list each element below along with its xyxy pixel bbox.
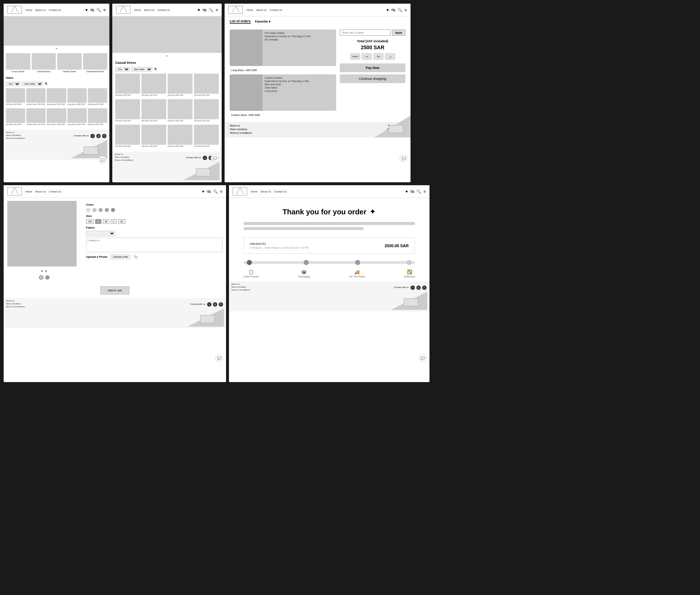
cart-icon[interactable]: 🛍 — [202, 8, 206, 12]
list-item[interactable]: Old dress 500 SAR — [115, 125, 140, 147]
chat-button-3[interactable]: 💬 — [400, 154, 408, 162]
choose-file-button[interactable]: Choose a file — [110, 254, 131, 259]
apple-pay-icon[interactable]: Pay — [373, 53, 384, 60]
wishlist-icon[interactable]: ♥ — [202, 189, 205, 194]
menu-icon[interactable]: ≡ — [424, 189, 426, 194]
twitter-icon[interactable]: 𝕏 — [219, 302, 223, 307]
list-item[interactable]: Old dress 500 SAR — [115, 74, 140, 96]
list-item[interactable]: Old dress 500 SAR — [168, 74, 192, 96]
size-m[interactable]: M — [103, 219, 109, 224]
facebook-icon[interactable]: f — [411, 285, 415, 290]
list-item[interactable]: Short dress 1300 SAR — [47, 88, 66, 105]
cat-luxury[interactable]: Luxury Dress — [6, 53, 30, 73]
tab-orders[interactable]: List of orders — [230, 19, 251, 24]
filter-icon[interactable]: ⚗ — [44, 82, 47, 86]
prev-arrow[interactable] — [39, 275, 43, 280]
nav-about[interactable]: About Us — [144, 9, 155, 11]
instagram-icon[interactable]: ◎ — [416, 285, 421, 290]
nav-home[interactable]: Home — [26, 190, 32, 193]
nav-home[interactable]: Home — [251, 190, 258, 193]
list-item[interactable]: Old dress 500 SAR — [141, 125, 166, 147]
continue-shopping-button[interactable]: Continue shopping — [340, 74, 405, 83]
paypal-icon[interactable]: PayPal — [350, 53, 360, 60]
color-swatch-3[interactable] — [98, 208, 103, 212]
fabric-select[interactable] — [86, 231, 115, 236]
nav-contact[interactable]: Contact Us — [157, 9, 170, 11]
chat-button[interactable]: 💬 — [98, 156, 106, 164]
footer-about[interactable]: About us — [230, 124, 252, 127]
facebook-icon[interactable]: f — [203, 156, 207, 160]
list-item[interactable]: Old dress 500 SAR — [88, 108, 107, 125]
sort-select-2[interactable]: Sort — [115, 67, 130, 71]
facebook-icon[interactable]: f — [90, 134, 95, 138]
instagram-icon[interactable]: ◎ — [96, 134, 101, 138]
size-s[interactable]: S — [95, 219, 101, 224]
list-item[interactable]: Old dress 500 SAR — [194, 74, 219, 96]
color-swatch-5[interactable] — [111, 208, 115, 212]
list-item[interactable]: Old dress 500 SAR — [168, 125, 192, 147]
color-swatch-2[interactable] — [92, 208, 97, 212]
list-item[interactable]: Old dress 500 SAR — [6, 88, 25, 105]
nav-contact[interactable]: Contact Us — [274, 190, 287, 193]
search-icon[interactable]: 🔍 — [416, 189, 421, 194]
nav-about[interactable]: About Us — [35, 190, 46, 193]
instagram-icon[interactable]: ◎ — [213, 302, 217, 307]
chat-button-5[interactable]: 💬 — [419, 354, 427, 362]
filter-icon-2[interactable]: ⚗ — [154, 67, 157, 71]
cart-icon[interactable]: 🛍 — [90, 8, 94, 12]
tab-favorites[interactable]: Favorite ♥ — [255, 20, 271, 23]
color-swatch-4[interactable] — [105, 208, 109, 212]
footer-team[interactable]: Team members — [230, 128, 252, 131]
list-item[interactable]: Old dress 500 SAR — [194, 125, 219, 147]
nav-about[interactable]: About Us — [256, 9, 267, 11]
coupon-input[interactable] — [340, 30, 390, 36]
list-item[interactable]: Old dress 500 SAR — [88, 88, 107, 105]
nav-contact[interactable]: Contact Us — [269, 9, 282, 11]
menu-icon[interactable]: ≡ — [405, 8, 407, 12]
size-l[interactable]: L — [111, 219, 117, 224]
list-item[interactable]: Old dress 500 SAR — [168, 99, 192, 122]
add-to-cart-button[interactable]: Add to cart — [100, 286, 130, 295]
facebook-icon[interactable]: f — [207, 302, 211, 307]
nav-home[interactable]: Home — [246, 9, 253, 11]
search-icon[interactable]: 🔍 — [96, 8, 101, 12]
chat-button-2[interactable]: 💬 — [211, 154, 219, 162]
wishlist-icon[interactable]: ♥ — [386, 8, 389, 12]
search-icon[interactable]: 🔍 — [209, 8, 214, 12]
list-item[interactable]: Long dress 1300 SAR — [67, 108, 87, 125]
list-item[interactable]: Old dress 500 SAR — [141, 74, 166, 96]
pay-now-button[interactable]: Pay Now — [340, 63, 405, 72]
menu-icon[interactable]: ≡ — [104, 8, 106, 12]
list-item[interactable]: Old dress 500 SAR — [115, 99, 140, 122]
list-item[interactable]: Old dress 500 SAR — [141, 99, 166, 122]
cat-casual[interactable]: Casual Dress — [32, 53, 56, 73]
nav-home[interactable]: Home — [134, 9, 141, 11]
wishlist-icon[interactable]: ♥ — [198, 8, 200, 12]
wishlist-icon[interactable]: ♥ — [85, 8, 88, 12]
nav-about[interactable]: About Us — [35, 9, 46, 11]
twitter-icon[interactable]: 𝕏 — [422, 285, 427, 290]
list-item[interactable]: colorful dress 700 SAR — [26, 88, 46, 105]
comments-textarea[interactable] — [86, 238, 222, 252]
size-xl[interactable]: XL — [118, 219, 126, 224]
apply-button[interactable]: Apply — [392, 30, 405, 36]
search-icon[interactable]: 🔍 — [213, 189, 218, 194]
list-item[interactable]: colorful dress 700 SAR — [26, 108, 46, 125]
best-seller-select-2[interactable]: Best Seller — [131, 67, 152, 71]
list-item[interactable]: Long dress 1300 SAR — [67, 88, 87, 105]
nav-home[interactable]: Home — [26, 9, 32, 11]
nav-contact[interactable]: Contact Us — [48, 9, 61, 11]
cart-icon[interactable]: 🛍 — [207, 189, 211, 194]
cart-icon[interactable]: 🛍 — [410, 189, 414, 194]
wishlist-icon[interactable]: ♥ — [405, 189, 408, 194]
nav-about[interactable]: About Us — [261, 190, 271, 193]
other-pay-icon[interactable]: 💰 — [385, 53, 395, 60]
best-seller-select[interactable]: Best Seller — [22, 82, 43, 86]
size-xs[interactable]: XS — [86, 219, 94, 224]
cat-custom[interactable]: Customized Dress — [83, 53, 108, 73]
chat-button-4[interactable]: 💬 — [215, 354, 223, 362]
nav-contact[interactable]: Contact Us — [48, 190, 61, 193]
card-icon[interactable]: 💳 — [362, 53, 372, 60]
footer-terms[interactable]: Terms & Conditions — [230, 132, 252, 134]
cart-icon[interactable]: 🛍 — [391, 8, 395, 12]
